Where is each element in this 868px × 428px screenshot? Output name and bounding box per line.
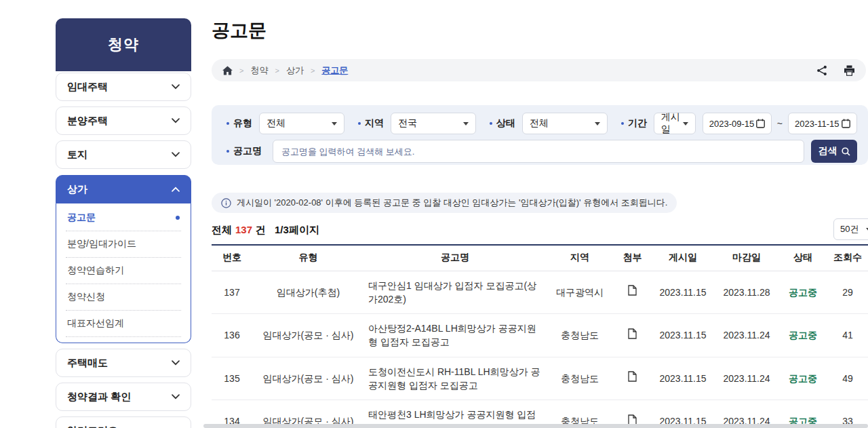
chevron-up-icon xyxy=(172,187,180,192)
sidebar-submenu-item[interactable]: 대표자선임계 xyxy=(66,311,181,337)
sidebar-menu-item[interactable]: 분양주택 xyxy=(56,106,191,135)
bullet-icon xyxy=(358,122,361,125)
sidebar-menu-item[interactable]: 알려드려요 xyxy=(56,416,191,428)
bullet-icon xyxy=(226,122,229,125)
page-size-select[interactable]: 50건 xyxy=(833,218,868,240)
row-deadline-date: 2023.11.28 xyxy=(715,271,778,314)
row-posted-date: 2023.11.15 xyxy=(651,357,715,400)
keyword-search-input[interactable] xyxy=(273,140,804,163)
attachment-cell[interactable] xyxy=(614,271,651,314)
column-header: 첨부 xyxy=(614,245,651,271)
sidebar-submenu-item[interactable]: 청약연습하기 xyxy=(66,258,181,284)
row-region: 대구광역시 xyxy=(546,271,614,314)
row-region: 충청남도 xyxy=(546,314,614,357)
sidebar-submenu-label: 청약연습하기 xyxy=(67,265,124,277)
sidebar-submenu-label: 대표자선임계 xyxy=(67,317,124,330)
table-row: 135임대상가(공모 · 심사)도청이전신도시 RH-11BL LH희망상가 공… xyxy=(212,357,868,400)
region-select[interactable]: 전국 xyxy=(391,113,476,134)
info-icon xyxy=(221,198,231,208)
table-row: 137임대상가(추첨)대구안심1 임대상가 입점자 모집공고(상가202호)대구… xyxy=(212,271,868,314)
sidebar: 청약 임대주택 분양주택 토지 상가 공고문분양/임대가이드청약연습하기청약신청… xyxy=(56,18,191,428)
sidebar-title: 청약 xyxy=(56,18,191,71)
chevron-down-icon xyxy=(172,360,180,366)
info-notice: 게시일이 '2020-02-08' 이후에 등록된 공고문 중 입찰 대상인 임… xyxy=(212,193,677,213)
row-number: 136 xyxy=(212,314,252,357)
total-count: 137 xyxy=(235,224,252,235)
column-header: 상태 xyxy=(778,245,827,271)
attachment-cell[interactable] xyxy=(614,357,651,400)
announcement-title-link[interactable]: 대구안심1 임대상가 입점자 모집공고(상가202호) xyxy=(364,271,546,314)
sidebar-menu-item[interactable]: 청약결과 확인 xyxy=(56,383,191,411)
calendar-icon xyxy=(842,119,850,128)
horizontal-scrollbar[interactable] xyxy=(203,424,868,428)
caret-down-icon xyxy=(595,122,600,125)
page-title: 공고문 xyxy=(212,18,267,43)
sidebar-submenu: 공고문분양/임대가이드청약연습하기청약신청대표자선임계 xyxy=(56,203,191,343)
column-header: 마감일 xyxy=(715,245,778,271)
chevron-down-icon xyxy=(172,394,180,400)
chevron-down-icon xyxy=(172,84,180,90)
bullet-icon xyxy=(490,122,492,125)
type-select[interactable]: 전체 xyxy=(259,113,344,134)
keyword-filter-label: 공고명 xyxy=(226,145,262,157)
print-icon[interactable] xyxy=(844,65,855,76)
caret-down-icon xyxy=(332,122,337,125)
date-from-input[interactable]: 2023-09-15 xyxy=(703,113,772,134)
status-select[interactable]: 전체 xyxy=(522,113,608,134)
type-filter-label: 유형 xyxy=(226,117,252,130)
breadcrumb-separator: > xyxy=(275,66,279,75)
sidebar-menu-label: 알려드려요 xyxy=(67,425,118,428)
chevron-down-icon xyxy=(172,152,180,157)
sidebar-menu-item[interactable]: 임대주택 xyxy=(56,73,191,101)
breadcrumb-item[interactable]: 공고문 xyxy=(321,64,348,77)
sidebar-submenu-item[interactable]: 공고문 xyxy=(66,205,181,231)
sidebar-menu-item[interactable]: 주택매도 xyxy=(56,349,191,377)
chevron-down-icon xyxy=(172,118,180,123)
home-icon[interactable] xyxy=(222,66,233,75)
row-views: 41 xyxy=(827,314,868,357)
period-filter-label: 기간 xyxy=(621,117,647,130)
search-icon xyxy=(842,147,850,156)
column-header: 번호 xyxy=(212,245,252,271)
sidebar-submenu-item[interactable]: 분양/임대가이드 xyxy=(66,231,181,258)
row-status: 공고중 xyxy=(778,271,827,314)
sidebar-menu-item[interactable]: 상가 xyxy=(56,175,191,203)
table-header: 번호유형공고명지역첨부게시일마감일상태조회수 xyxy=(212,245,868,271)
caret-down-icon xyxy=(463,122,469,125)
result-count: 전체 137 건 1/3페이지 xyxy=(212,224,319,237)
breadcrumb-item[interactable]: 상가 xyxy=(286,64,304,77)
file-attachment-icon xyxy=(628,328,637,339)
bullet-icon xyxy=(226,150,229,153)
file-attachment-icon xyxy=(628,285,637,296)
sidebar-menu-label: 토지 xyxy=(67,149,87,161)
row-region: 충청남도 xyxy=(546,357,614,400)
announcement-table: 번호유형공고명지역첨부게시일마감일상태조회수 137임대상가(추첨)대구안심1 … xyxy=(212,244,868,428)
row-views: 29 xyxy=(827,271,868,314)
share-icon[interactable] xyxy=(816,65,827,76)
active-dot-icon xyxy=(176,216,180,220)
sidebar-menu-label: 임대주택 xyxy=(67,81,108,94)
column-header: 유형 xyxy=(252,245,364,271)
search-filter-panel: 유형 전체 지역 전국 상태 전체 기간 게시일 2023-09-15 ~ 20… xyxy=(212,105,868,165)
attachment-cell[interactable] xyxy=(614,314,651,357)
sidebar-submenu-label: 청약신청 xyxy=(67,291,105,303)
breadcrumb-item[interactable]: 청약 xyxy=(250,64,268,77)
sidebar-submenu-label: 분양/임대가이드 xyxy=(67,238,136,250)
sidebar-submenu-item[interactable]: 청약신청 xyxy=(66,284,181,311)
breadcrumb-separator: > xyxy=(239,66,243,75)
page-indicator: 1/3페이지 xyxy=(275,224,319,237)
date-to-input[interactable]: 2023-11-15 xyxy=(788,113,857,134)
row-type: 임대상가(공모 · 심사) xyxy=(252,357,364,400)
file-attachment-icon xyxy=(628,371,637,382)
period-field-select[interactable]: 게시일 xyxy=(654,113,696,134)
search-button[interactable]: 검색 xyxy=(811,140,857,163)
sidebar-menu-label: 주택매도 xyxy=(67,357,108,370)
sidebar-submenu-label: 공고문 xyxy=(67,212,96,224)
sidebar-menu-item[interactable]: 토지 xyxy=(56,140,191,169)
row-posted-date: 2023.11.15 xyxy=(651,314,715,357)
date-range-separator: ~ xyxy=(777,118,783,129)
status-filter-label: 상태 xyxy=(490,117,515,130)
announcement-title-link[interactable]: 도청이전신도시 RH-11BL LH희망상가 공공지원형 입점자 모집공고 xyxy=(364,357,546,400)
row-views: 49 xyxy=(827,357,868,400)
announcement-title-link[interactable]: 아산탕정2-A14BL LH희망상가 공공지원형 입점자 모집공고 xyxy=(364,314,546,357)
